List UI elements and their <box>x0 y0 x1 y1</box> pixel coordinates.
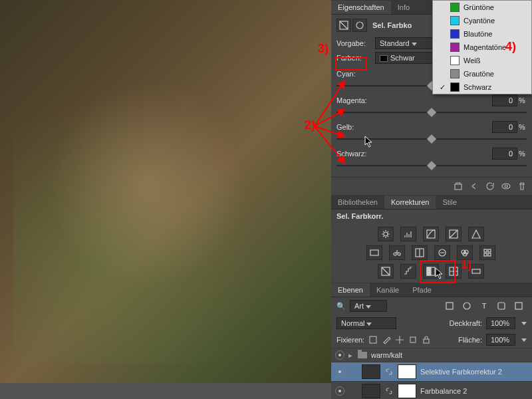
layer-group[interactable]: ▸ warm/kalt <box>331 348 532 362</box>
channelmixer-icon[interactable] <box>457 245 473 260</box>
schwarz-label: Schwarz: <box>336 150 492 158</box>
layer-name[interactable]: Selektive Farbkorrektur 2 <box>420 368 502 376</box>
trash-icon[interactable] <box>517 182 527 191</box>
svg-rect-6 <box>427 230 435 238</box>
fill-value[interactable]: 100% <box>486 334 515 346</box>
svg-rect-24 <box>472 269 480 273</box>
link-icon[interactable] <box>384 367 394 376</box>
filter-type-dropdown[interactable]: Art <box>350 300 387 312</box>
magenta-slider[interactable] <box>336 108 527 117</box>
image-canvas[interactable] <box>0 0 331 383</box>
mask-thumb[interactable] <box>398 384 416 398</box>
lock-move-icon[interactable] <box>395 335 404 344</box>
tab-stile[interactable]: Stile <box>436 196 463 209</box>
svg-point-9 <box>394 253 396 255</box>
colors-dropdown-menu[interactable]: Grüntöne Cyantöne Blautöne Magentatöne W… <box>432 0 532 94</box>
svg-point-3 <box>502 184 510 189</box>
dropdown-option[interactable]: Magentatöne <box>433 41 531 54</box>
visibility-icon[interactable] <box>501 182 511 191</box>
properties-title: Sel. Farbko <box>372 21 412 29</box>
hue-icon[interactable] <box>366 245 382 260</box>
filter-shape-icon[interactable] <box>495 300 508 312</box>
layer-row[interactable]: Selektive Farbkorrektur 2 <box>331 362 532 381</box>
svg-rect-22 <box>427 267 431 275</box>
blend-mode-dropdown[interactable]: Normal <box>336 317 396 329</box>
svg-rect-29 <box>370 336 376 343</box>
exposure-icon[interactable] <box>446 227 462 241</box>
tab-korrekturen[interactable]: Korrekturen <box>384 196 436 209</box>
vibrance-icon[interactable] <box>468 227 484 241</box>
layer-name[interactable]: Farbbalance 2 <box>420 387 467 395</box>
colorlookup-icon[interactable] <box>479 245 495 260</box>
dropdown-option[interactable]: ✓Schwarz <box>433 80 531 94</box>
layer-row[interactable]: Farbbalance 2 <box>331 381 532 399</box>
photofilter-icon[interactable] <box>434 245 450 260</box>
schwarz-slider[interactable] <box>336 161 527 170</box>
visibility-toggle[interactable] <box>335 367 344 376</box>
opacity-value[interactable]: 100% <box>486 317 515 329</box>
filter-pixel-icon[interactable] <box>443 300 456 312</box>
tab-pfade[interactable]: Pfade <box>406 283 438 297</box>
opacity-scrub-icon[interactable] <box>521 322 527 325</box>
svg-rect-2 <box>455 184 462 190</box>
layers-panel: Ebenen Kanäle Pfade 🔍 Art T Normal Deckk… <box>331 283 532 399</box>
lock-artboard-icon[interactable] <box>408 335 418 344</box>
dropdown-option[interactable]: Grüntöne <box>433 1 531 14</box>
lock-label: Fixieren: <box>336 336 364 344</box>
mouse-cursor <box>364 136 374 148</box>
curves-icon[interactable] <box>423 227 439 241</box>
dropdown-option[interactable]: Cyantöne <box>433 14 531 27</box>
svg-point-5 <box>384 232 388 236</box>
lock-transparent-icon[interactable] <box>368 335 378 344</box>
tab-bibliotheken[interactable]: Bibliotheken <box>331 196 384 209</box>
lock-paint-icon[interactable] <box>382 335 391 344</box>
tab-info[interactable]: Info <box>391 1 416 14</box>
svg-rect-25 <box>446 303 453 309</box>
brightness-icon[interactable] <box>378 227 394 241</box>
svg-point-26 <box>464 303 470 309</box>
prev-state-icon[interactable] <box>469 182 479 191</box>
tab-kanaele[interactable]: Kanäle <box>370 283 406 297</box>
dropdown-option[interactable]: Grautöne <box>433 67 531 80</box>
corrections-panel: Bibliotheken Korrekturen Stile Sel. Farb… <box>331 195 532 279</box>
colorbalance-icon[interactable] <box>389 245 405 260</box>
fill-scrub-icon[interactable] <box>521 338 527 342</box>
selectivecolor-icon[interactable] <box>446 264 462 279</box>
corrections-label: Sel. Farbkorr. <box>331 209 532 223</box>
layer-name[interactable]: warm/kalt <box>371 351 402 359</box>
dropdown-option[interactable]: Weiß <box>433 54 531 67</box>
lock-all-icon[interactable] <box>422 335 431 344</box>
filter-search-icon[interactable]: 🔍 <box>336 302 346 311</box>
adjustment-type-icon <box>336 19 351 32</box>
svg-point-4 <box>505 185 507 188</box>
tab-ebenen[interactable]: Ebenen <box>331 283 370 297</box>
svg-rect-18 <box>484 253 487 256</box>
svg-rect-28 <box>515 303 522 309</box>
visibility-toggle[interactable] <box>335 386 344 396</box>
gelb-value[interactable]: 0 <box>492 121 517 133</box>
svg-rect-31 <box>424 339 429 343</box>
filter-type-icon[interactable]: T <box>477 300 491 312</box>
filter-smart-icon[interactable] <box>512 300 525 312</box>
svg-rect-30 <box>410 337 416 342</box>
clip-icon[interactable] <box>454 182 463 191</box>
mask-thumb[interactable] <box>398 364 416 379</box>
link-icon[interactable] <box>384 386 394 396</box>
invert-icon[interactable] <box>378 264 394 279</box>
dropdown-option[interactable]: Blautöne <box>433 27 531 41</box>
levels-icon[interactable] <box>400 227 416 241</box>
magenta-value[interactable]: 0 <box>492 94 517 106</box>
posterize-icon[interactable] <box>400 264 416 279</box>
gelb-label: Gelb: <box>336 123 492 131</box>
opacity-label: Deckkraft: <box>449 319 482 327</box>
mask-icon[interactable] <box>352 19 367 32</box>
fill-label: Fläche: <box>458 336 482 344</box>
schwarz-value[interactable]: 0 <box>492 148 517 160</box>
tab-eigenschaften[interactable]: Eigenschaften <box>331 1 391 14</box>
bw-icon[interactable] <box>412 245 428 260</box>
colors-label: Farben: <box>336 54 371 62</box>
filter-adjust-icon[interactable] <box>460 300 473 312</box>
reset-icon[interactable] <box>485 182 495 191</box>
gradientmap-icon[interactable] <box>468 264 484 279</box>
visibility-toggle[interactable] <box>335 350 344 360</box>
